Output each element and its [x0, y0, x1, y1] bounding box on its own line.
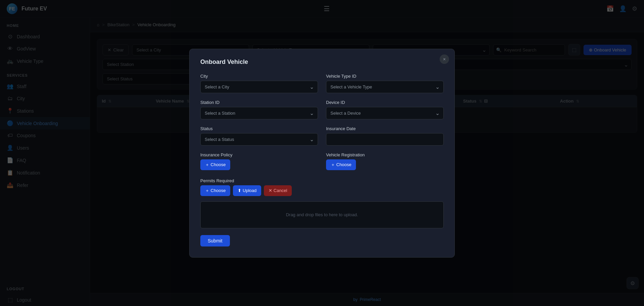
vehicle-registration-field-group: Vehicle Registration ＋ Choose [326, 152, 444, 170]
station-id-select-wrap: Select a Station [200, 107, 318, 119]
insurance-policy-field-group: Insurance Policy ＋ Choose [200, 152, 318, 170]
drop-zone-text: Drag and drop files to here to upload. [286, 212, 358, 217]
insurance-date-input[interactable]: 10/04/2024 [326, 133, 444, 146]
modal-close-button[interactable]: × [440, 54, 449, 64]
status-label: Status [200, 126, 318, 131]
station-id-select[interactable]: Select a Station [200, 107, 318, 119]
modal-overlay[interactable]: Onboard Vehicle × City Select a City Veh… [0, 0, 644, 306]
vehicle-type-id-label: Vehicle Type ID [326, 74, 444, 79]
city-field-group: City Select a City [200, 74, 318, 93]
station-id-field-group: Station ID Select a Station [200, 100, 318, 119]
insurance-policy-label: Insurance Policy [200, 152, 318, 157]
insurance-policy-choose-button[interactable]: ＋ Choose [200, 159, 230, 170]
vehicle-registration-choose-button[interactable]: ＋ Choose [326, 159, 356, 170]
insurance-date-label: Insurance Date [326, 126, 444, 131]
vehicle-type-id-field-group: Vehicle Type ID Select a Vehicle Type [326, 74, 444, 93]
device-id-field-group: Device ID Select a Device [326, 100, 444, 119]
submit-button[interactable]: Submit [200, 235, 230, 246]
status-select[interactable]: Select a Status [200, 133, 318, 146]
device-id-select[interactable]: Select a Device [326, 107, 444, 119]
permits-buttons: ＋ Choose ⬆ Upload ✕ Cancel [200, 185, 444, 196]
onboard-vehicle-modal: Onboard Vehicle × City Select a City Veh… [189, 49, 455, 258]
device-id-select-wrap: Select a Device [326, 107, 444, 119]
station-id-label: Station ID [200, 100, 318, 105]
vehicle-registration-label: Vehicle Registration [326, 152, 444, 157]
modal-form-grid: City Select a City Vehicle Type ID Selec… [200, 74, 444, 228]
permits-cancel-button[interactable]: ✕ Cancel [264, 185, 292, 196]
insurance-date-field-group: Insurance Date 10/04/2024 [326, 126, 444, 146]
city-select-wrap: Select a City [200, 81, 318, 93]
permits-required-field-group: Permits Required ＋ Choose ⬆ Upload ✕ Can… [200, 178, 444, 228]
city-select[interactable]: Select a City [200, 81, 318, 93]
permits-upload-button[interactable]: ⬆ Upload [233, 185, 261, 196]
status-select-wrap: Select a Status [200, 133, 318, 146]
modal-title: Onboard Vehicle [200, 59, 444, 66]
device-id-label: Device ID [326, 100, 444, 105]
status-field-group: Status Select a Status [200, 126, 318, 146]
permits-required-label: Permits Required [200, 178, 444, 183]
vehicle-type-id-select-wrap: Select a Vehicle Type [326, 81, 444, 93]
vehicle-type-id-select[interactable]: Select a Vehicle Type [326, 81, 444, 93]
permits-drop-zone[interactable]: Drag and drop files to here to upload. [200, 201, 444, 228]
permits-choose-button[interactable]: ＋ Choose [200, 185, 230, 196]
city-label: City [200, 74, 318, 79]
